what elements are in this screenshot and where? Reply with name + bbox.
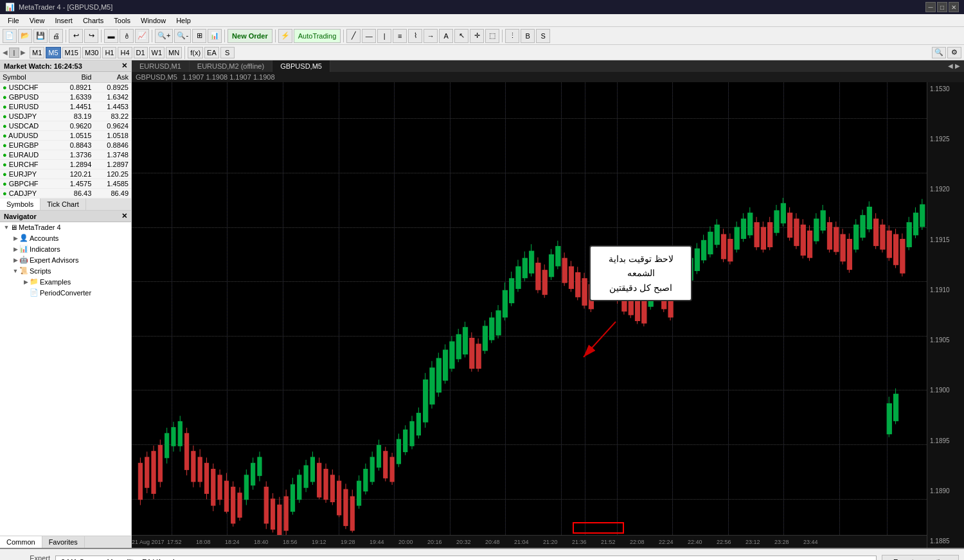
market-watch-row[interactable]: ● EURCHF 1.2894 1.2897 xyxy=(0,160,131,170)
chart-tab-gbpusd-m5[interactable]: GBPUSD,M5 xyxy=(272,60,330,72)
menu-help[interactable]: Help xyxy=(171,15,196,26)
tf-d1[interactable]: D1 xyxy=(134,47,148,58)
market-watch-row[interactable]: ● AUDUSD 1.0515 1.0518 xyxy=(0,131,131,141)
redo-btn[interactable]: ↪ xyxy=(84,29,98,43)
cursor-btn[interactable]: ↖ xyxy=(454,29,469,43)
navigator-close[interactable]: ✕ xyxy=(121,212,127,220)
navigator-tree[interactable]: ▼ 🖥 MetaTrader 4 ▶ 👤 Accounts ▶ 📊 Indica… xyxy=(0,222,131,536)
expand-accounts-icon[interactable]: ▶ xyxy=(12,234,19,242)
zoom-out-btn[interactable]: 🔍- xyxy=(174,29,191,43)
sep-tf xyxy=(184,46,185,59)
expand-ea-icon[interactable]: ▶ xyxy=(12,256,19,264)
expand-mt4-icon[interactable]: ▼ xyxy=(3,223,10,231)
x-label-11: 20:32 xyxy=(456,539,471,545)
market-watch-row[interactable]: ● GBPUSD 1.6339 1.6342 xyxy=(0,92,131,102)
tf-left-arrow[interactable]: ◀ xyxy=(3,49,8,56)
expand-examples-icon[interactable]: ▶ xyxy=(22,278,30,286)
channel-tool-btn[interactable]: ≡ xyxy=(393,29,407,43)
market-watch-row[interactable]: ● USDJPY 83.19 83.22 xyxy=(0,112,131,121)
tf-h4[interactable]: H4 xyxy=(118,47,132,58)
minimize-button[interactable]: ─ xyxy=(925,2,936,12)
gear-btn-tf[interactable]: ⚙ xyxy=(947,47,961,58)
search-input-tf[interactable]: 🔍 xyxy=(932,47,946,58)
nav-tab-favorites[interactable]: Favorites xyxy=(42,536,85,548)
nav-item-examples[interactable]: ▶ 📁 Examples xyxy=(0,276,131,287)
chart-tab-eurusd-m2[interactable]: EURUSD,M2 (offline) xyxy=(190,60,272,72)
tf-m5[interactable]: M5 xyxy=(46,47,60,58)
market-watch-row[interactable]: ● EURUSD 1.4451 1.4453 xyxy=(0,102,131,112)
mw-tab-tickchart[interactable]: Tick Chart xyxy=(40,198,86,210)
ea-btn[interactable]: EA xyxy=(204,47,219,58)
tf-m1[interactable]: M1 xyxy=(30,47,44,58)
market-watch-row[interactable]: ● EURAUD 1.3736 1.3748 xyxy=(0,150,131,160)
mw-ask: 1.3748 xyxy=(94,150,131,160)
market-watch-row[interactable]: ● USDCAD 0.9620 0.9624 xyxy=(0,121,131,131)
market-watch-row[interactable]: ● EURJPY 120.21 120.25 xyxy=(0,170,131,179)
bar-chart-btn[interactable]: ▬ xyxy=(104,29,118,43)
fibonacci-tool-btn[interactable]: ⌇ xyxy=(408,29,422,43)
at-btn[interactable]: ⚡ xyxy=(278,29,292,43)
tf-m15[interactable]: M15 xyxy=(62,47,81,58)
period-sep-btn[interactable]: ⋮ xyxy=(505,29,519,43)
mw-tab-symbols[interactable]: Symbols xyxy=(0,198,40,210)
script-btn[interactable]: S xyxy=(220,47,235,58)
nav-item-ea[interactable]: ▶ 🤖 Expert Advisors xyxy=(0,254,131,265)
vol-btn[interactable]: 📊 xyxy=(208,29,222,43)
undo-btn[interactable]: ↩ xyxy=(69,29,83,43)
nav-item-mt4[interactable]: ▼ 🖥 MetaTrader 4 xyxy=(0,222,131,232)
zoom-area-btn[interactable]: ⬚ xyxy=(485,29,499,43)
menu-tools[interactable]: Tools xyxy=(109,15,136,26)
candle-chart-btn[interactable]: 🕯 xyxy=(120,29,134,43)
new-chart-btn[interactable]: 📄 xyxy=(3,29,17,43)
tf-w1[interactable]: W1 xyxy=(149,47,165,58)
vline-tool-btn[interactable]: | xyxy=(377,29,391,43)
market-watch-row[interactable]: ● EURGBP 0.8843 0.8846 xyxy=(0,141,131,150)
market-watch-row[interactable]: ● USDCHF 0.8921 0.8925 xyxy=(0,83,131,92)
menu-insert[interactable]: Insert xyxy=(49,15,78,26)
chart-canvas[interactable]: لاحظ توقيت بداية الشمعه اصبح كل دقيقتين … xyxy=(132,82,964,548)
tf-h1[interactable]: H1 xyxy=(102,47,116,58)
new-order-btn[interactable]: New Order xyxy=(228,29,272,43)
hline-tool-btn[interactable]: — xyxy=(362,29,376,43)
nav-tab-common[interactable]: Common xyxy=(0,536,42,548)
market-watch-row[interactable]: ● GBPCHF 1.4575 1.4585 xyxy=(0,179,131,189)
nav-item-accounts[interactable]: ▶ 👤 Accounts xyxy=(0,232,131,243)
print-btn[interactable]: 🖨 xyxy=(49,29,63,43)
nav-item-scripts[interactable]: ▼ 📜 Scripts xyxy=(0,265,131,276)
expert-properties-btn[interactable]: Expert properties xyxy=(882,555,959,560)
ea-dropdown[interactable]: 2 MA Crosses Mega filter EA V1.ex4 xyxy=(55,556,877,560)
mw-dot: ● xyxy=(3,103,7,110)
text-tool-btn[interactable]: A xyxy=(439,29,453,43)
open-data-btn[interactable]: 📂 xyxy=(18,29,32,43)
close-button[interactable]: ✕ xyxy=(949,2,959,12)
menu-charts[interactable]: Charts xyxy=(78,15,109,26)
nav-item-periodconverter[interactable]: ▶ 📄 PeriodConverter xyxy=(0,287,131,298)
menu-file[interactable]: File xyxy=(3,15,24,26)
market-watch-close[interactable]: ✕ xyxy=(121,62,127,70)
sell-btn[interactable]: S xyxy=(536,29,550,43)
chart-tab-arrows[interactable]: ◀ ▶ xyxy=(944,60,964,72)
indicator-btn[interactable]: f(x) xyxy=(188,47,203,58)
tf-m30[interactable]: M30 xyxy=(82,47,101,58)
menu-window[interactable]: Window xyxy=(136,15,171,26)
crosshair-btn[interactable]: ✛ xyxy=(470,29,484,43)
arrow-tool-btn[interactable]: → xyxy=(424,29,438,43)
menu-view[interactable]: View xyxy=(24,15,50,26)
save-btn[interactable]: 💾 xyxy=(33,29,48,43)
autotrading-btn[interactable]: AutoTrading xyxy=(294,29,341,43)
buy-btn[interactable]: B xyxy=(521,29,535,43)
tf-expand-btn[interactable]: | xyxy=(9,48,19,58)
line-chart-btn[interactable]: 📈 xyxy=(135,29,149,43)
x-label-8: 19:44 xyxy=(370,539,384,545)
grid-btn[interactable]: ⊞ xyxy=(192,29,206,43)
maximize-button[interactable]: □ xyxy=(937,2,947,12)
expand-indicators-icon[interactable]: ▶ xyxy=(12,245,19,253)
zoom-in-btn[interactable]: 🔍+ xyxy=(155,29,173,43)
chart-tab-eurusd-m1[interactable]: EURUSD,M1 xyxy=(132,60,190,72)
tf-mn[interactable]: MN xyxy=(166,47,182,58)
nav-item-indicators[interactable]: ▶ 📊 Indicators xyxy=(0,243,131,254)
expand-scripts-icon[interactable]: ▼ xyxy=(12,267,19,275)
tf-right-arrow[interactable]: ▶ xyxy=(21,49,26,56)
line-tool-btn[interactable]: ╱ xyxy=(346,29,361,43)
market-watch-row[interactable]: ● CADJPY 86.43 86.49 xyxy=(0,189,131,198)
